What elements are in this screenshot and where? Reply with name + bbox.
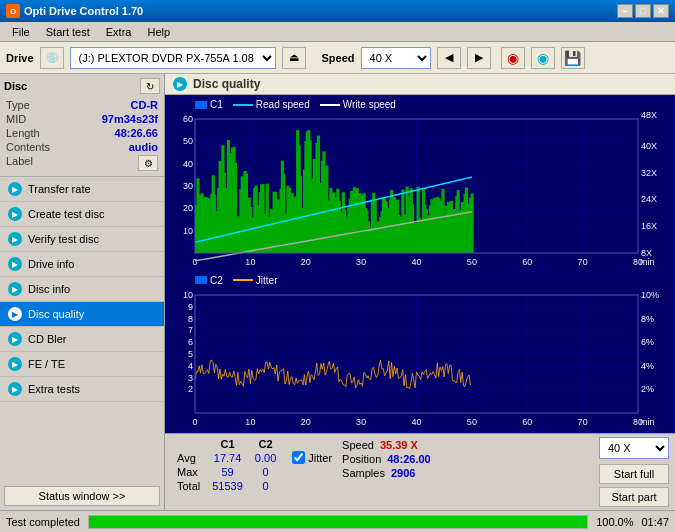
action-btn-1[interactable]: ◉ [501, 47, 525, 69]
speed-select[interactable]: 40 X [361, 47, 431, 69]
disc-label-row: Label ⚙ [4, 154, 160, 172]
drive-label: Drive [6, 52, 34, 64]
nav-drive-info[interactable]: ▶ Drive info [0, 252, 164, 277]
main-content: Disc ↻ Type CD-R MID 97m34s23f Length 48… [0, 74, 675, 510]
nav-verify-test-disc[interactable]: ▶ Verify test disc [0, 227, 164, 252]
transfer-rate-icon: ▶ [8, 182, 22, 196]
total-c2-value: 0 [249, 479, 282, 493]
disc-length-value: 48:26.66 [115, 127, 158, 139]
cd-bler-icon: ▶ [8, 332, 22, 346]
nav-disc-info[interactable]: ▶ Disc info [0, 277, 164, 302]
c2-chart-container: C2 Jitter [167, 273, 673, 431]
eject-button[interactable]: ⏏ [282, 47, 306, 69]
col-c1-header: C1 [206, 437, 249, 451]
speed-prev-button[interactable]: ◀ [437, 47, 461, 69]
disc-info-icon: ▶ [8, 282, 22, 296]
nav-fe-te-label: FE / TE [28, 358, 65, 370]
charts-area: C1 Read speed Write speed [165, 95, 675, 433]
disc-section-title: Disc [4, 80, 27, 92]
titlebar-buttons: − □ ✕ [617, 4, 669, 18]
drive-icon: 💿 [40, 47, 64, 69]
stats-speed-select[interactable]: 40 X [599, 437, 669, 459]
disc-contents-row: Contents audio [4, 140, 160, 154]
nav-drive-info-label: Drive info [28, 258, 74, 270]
create-test-disc-icon: ▶ [8, 207, 22, 221]
action-btn-2[interactable]: ◉ [531, 47, 555, 69]
status-window-button[interactable]: Status window >> [4, 486, 160, 506]
right-panel: ▶ Disc quality C1 Read speed [165, 74, 675, 510]
speed-label: Speed [322, 52, 355, 64]
max-c2-value: 0 [249, 465, 282, 479]
drivebar: Drive 💿 (J:) PLEXTOR DVDR PX-755A 1.08 ⏏… [0, 42, 675, 74]
write-speed-legend-label: Write speed [343, 99, 396, 110]
read-speed-legend-label: Read speed [256, 99, 310, 110]
nav-transfer-rate-label: Transfer rate [28, 183, 91, 195]
start-full-button[interactable]: Start full [599, 464, 669, 484]
disc-quality-icon: ▶ [8, 307, 22, 321]
avg-label: Avg [171, 451, 206, 465]
menu-extra[interactable]: Extra [98, 24, 140, 40]
c2-legend-label: C2 [210, 275, 223, 286]
nav-create-test-disc[interactable]: ▶ Create test disc [0, 202, 164, 227]
close-button[interactable]: ✕ [653, 4, 669, 18]
samples-value: 2906 [391, 467, 415, 479]
progress-bar-fill [89, 516, 587, 528]
minimize-button[interactable]: − [617, 4, 633, 18]
verify-test-disc-icon: ▶ [8, 232, 22, 246]
disc-header: Disc ↻ [4, 78, 160, 94]
speed-position-section: Speed 35.39 X Position 48:26.00 Samples … [342, 439, 431, 479]
menu-start-test[interactable]: Start test [38, 24, 98, 40]
nav-disc-info-label: Disc info [28, 283, 70, 295]
nav-verify-test-disc-label: Verify test disc [28, 233, 99, 245]
position-label: Position [342, 453, 381, 465]
progress-percent: 100.0% [596, 516, 633, 528]
nav-cd-bler[interactable]: ▶ CD Bler [0, 327, 164, 352]
fe-te-icon: ▶ [8, 357, 22, 371]
disc-refresh-button[interactable]: ↻ [140, 78, 160, 94]
drive-info-icon: ▶ [8, 257, 22, 271]
max-label: Max [171, 465, 206, 479]
maximize-button[interactable]: □ [635, 4, 651, 18]
save-button[interactable]: 💾 [561, 47, 585, 69]
disc-label-button[interactable]: ⚙ [138, 155, 158, 171]
menu-help[interactable]: Help [139, 24, 178, 40]
total-label: Total [171, 479, 206, 493]
nav-extra-tests-label: Extra tests [28, 383, 80, 395]
speed-stat-value: 35.39 X [380, 439, 418, 451]
nav-fe-te[interactable]: ▶ FE / TE [0, 352, 164, 377]
drive-select[interactable]: (J:) PLEXTOR DVDR PX-755A 1.08 [70, 47, 276, 69]
stats-table: C1 C2 Avg 17.74 0.00 Max 59 0 Total [171, 437, 282, 493]
disc-type-value: CD-R [131, 99, 159, 111]
nav-cd-bler-label: CD Bler [28, 333, 67, 345]
action-section: 40 X Start full Start part [599, 437, 669, 507]
left-panel: Disc ↻ Type CD-R MID 97m34s23f Length 48… [0, 74, 165, 510]
stats-bar: C1 C2 Avg 17.74 0.00 Max 59 0 Total [165, 433, 675, 510]
titlebar: O Opti Drive Control 1.70 − □ ✕ [0, 0, 675, 22]
progress-bar-container [88, 515, 588, 529]
disc-contents-label: Contents [6, 141, 50, 153]
nav-extra-tests[interactable]: ▶ Extra tests [0, 377, 164, 402]
nav-disc-quality[interactable]: ▶ Disc quality [0, 302, 164, 327]
jitter-checkbox-row: Jitter [292, 451, 332, 464]
disc-type-row: Type CD-R [4, 98, 160, 112]
avg-c1-value: 17.74 [206, 451, 249, 465]
disc-quality-header-icon: ▶ [173, 77, 187, 91]
jitter-legend-label: Jitter [256, 275, 278, 286]
disc-mid-row: MID 97m34s23f [4, 112, 160, 126]
disc-quality-title: Disc quality [193, 77, 260, 91]
app-title: Opti Drive Control 1.70 [24, 5, 143, 17]
disc-quality-header: ▶ Disc quality [165, 74, 675, 95]
nav-transfer-rate[interactable]: ▶ Transfer rate [0, 177, 164, 202]
jitter-checkbox[interactable] [292, 451, 305, 464]
disc-length-label: Length [6, 127, 40, 139]
menu-file[interactable]: File [4, 24, 38, 40]
app-icon: O [6, 4, 20, 18]
start-part-button[interactable]: Start part [599, 487, 669, 507]
speed-stat-label: Speed [342, 439, 374, 451]
c1-legend-label: C1 [210, 99, 223, 110]
disc-length-row: Length 48:26.66 [4, 126, 160, 140]
position-value: 48:26.00 [387, 453, 430, 465]
c1-chart-container: C1 Read speed Write speed [167, 97, 673, 271]
titlebar-left: O Opti Drive Control 1.70 [6, 4, 143, 18]
speed-next-button[interactable]: ▶ [467, 47, 491, 69]
